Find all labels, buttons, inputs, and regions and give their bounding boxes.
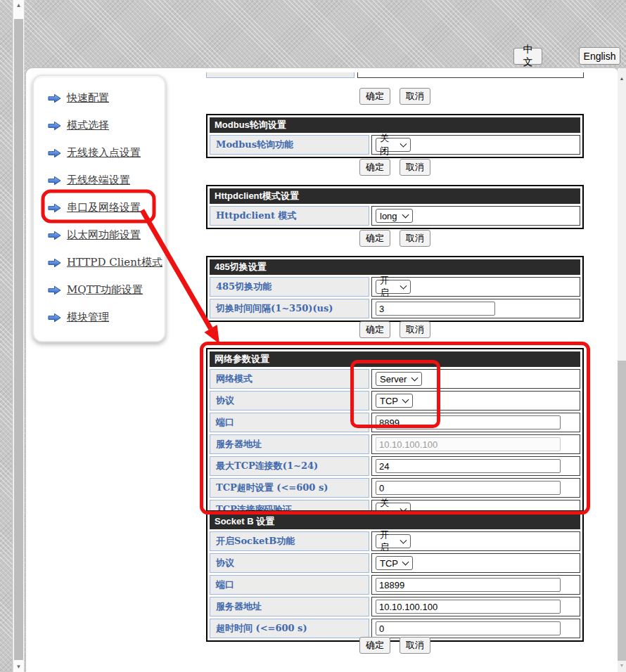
485-switch-select[interactable]: 开启 [376,280,411,294]
button-row: 确定 取消 [206,321,584,338]
scroll-up-icon[interactable]: ▲ [618,74,626,84]
arrow-right-icon [48,148,61,158]
field-label: 485切换功能 [210,277,369,297]
max-tcp-connections-input[interactable] [376,459,561,473]
confirm-button[interactable]: 确定 [359,230,390,247]
field-label: TCP超时设置 (<=600 s) [210,478,369,498]
sidebar-item-quick-config[interactable]: 快速配置 [48,84,165,112]
confirm-button[interactable]: 确定 [359,88,390,105]
field-value-cell [371,456,580,476]
left-scrollbar[interactable]: ▲ ▼ [13,0,25,672]
english-language-button[interactable]: English [579,47,620,65]
settings-table-socket-b: Socket B 设置 开启SocketB功能 开启 协议 TCP [206,510,584,642]
section-header: 485切换设置 [210,259,580,275]
confirm-button[interactable]: 确定 [359,321,390,338]
arrow-right-icon [48,176,61,186]
field-label: 协议 [210,391,369,411]
sidebar-item-ethernet[interactable]: 以太网功能设置 [48,221,165,249]
field-value-cell: 开启 [371,531,580,551]
field-label: 端口 [210,575,369,595]
button-row: 确定 取消 [206,637,584,654]
cancel-button[interactable]: 取消 [400,159,430,176]
field-label: 超时时间 (<=600 s) [210,619,369,638]
field-value-cell [371,478,580,498]
tcp-timeout-input[interactable] [376,481,561,495]
field-value-cell [371,434,580,454]
httpdclient-mode-select[interactable]: long [376,209,413,223]
right-scrollbar-thumb[interactable] [618,361,626,661]
sidebar-item-label: 无线接入点设置 [67,146,141,160]
sidebar-item-wireless-ap[interactable]: 无线接入点设置 [48,139,165,167]
arrow-right-icon [48,258,61,268]
field-value-cell [371,299,580,318]
config-page: ▲ ▼ ▲ ▼ 中文 English 快速配置 模式选择 [0,0,626,672]
arrow-right-icon [48,93,61,103]
field-value-cell: long [371,206,580,226]
sidebar-item-module-mgmt[interactable]: 模块管理 [48,304,165,331]
chinese-language-button[interactable]: 中文 [513,48,542,65]
field-value-cell [371,575,580,595]
socketb-timeout-input[interactable] [376,621,561,635]
button-row: 确定 取消 [206,88,584,105]
select-value: 开启 [380,529,397,554]
sidebar-item-mode-select[interactable]: 模式选择 [48,112,165,139]
sidebar-item-mqtt[interactable]: MQTT功能设置 [48,276,165,304]
cancel-button[interactable]: 取消 [400,321,430,338]
network-mode-select[interactable]: Server [376,372,422,386]
chevron-down-icon [411,375,419,382]
scroll-up-icon[interactable]: ▲ [13,1,24,10]
socketb-enable-select[interactable]: 开启 [376,534,411,548]
port-input[interactable] [376,415,561,429]
arrow-right-icon [48,285,61,295]
sidebar-item-label: 无线终端设置 [67,174,130,187]
sidebar-item-httpd-client[interactable]: HTTPD Client模式 [48,249,165,276]
chevron-down-icon [400,283,407,290]
partial-table-sliver [206,72,584,78]
settings-table-httpdclient: Httpdclient模式设置 Httpdclient 模式 long [206,185,584,229]
chevron-down-icon [400,537,407,544]
field-value-cell: 开启 [371,277,580,297]
field-value-cell: Server [371,369,580,389]
confirm-button[interactable]: 确定 [359,637,390,654]
section-header: Socket B 设置 [210,514,580,529]
confirm-button[interactable]: 确定 [359,159,390,176]
field-label: 最大TCP连接数(1~24) [210,456,369,476]
scroll-down-icon[interactable]: ▼ [618,661,626,671]
field-label: Httpdclient 模式 [210,206,369,226]
arrow-right-icon [48,121,61,131]
modbus-polling-select[interactable]: 关闭 [376,138,411,152]
field-label: 切换时间间隔(1~350)(us) [210,299,369,318]
switch-interval-input[interactable] [376,302,495,316]
socketb-protocol-select[interactable]: TCP [376,556,413,570]
select-value: long [380,211,397,221]
chevron-down-icon [402,212,409,219]
cancel-button[interactable]: 取消 [400,637,430,654]
field-label: 服务器地址 [210,434,369,454]
sidebar-item-wireless-sta[interactable]: 无线终端设置 [48,167,165,194]
settings-table-485: 485切换设置 485切换功能 开启 切换时间间隔(1~350)(us) [206,256,584,322]
left-scrollbar-thumb[interactable] [14,19,23,660]
select-value: 关闭 [380,132,397,157]
partial-value-cell [357,72,584,78]
section-header: Modbus轮询设置 [210,117,580,133]
sidebar-item-serial-network[interactable]: 串口及网络设置 [48,194,165,221]
field-label: 开启SocketB功能 [210,531,369,551]
select-value: 开启 [380,274,397,299]
chevron-down-icon [402,396,409,403]
right-scrollbar[interactable]: ▲ ▼ [618,68,626,672]
protocol-select[interactable]: TCP [376,394,413,408]
scroll-down-icon[interactable]: ▼ [13,662,24,671]
field-label: 服务器地址 [210,597,369,616]
select-value: TCP [380,558,398,569]
select-value: TCP [380,396,398,406]
select-value: Server [380,374,407,385]
field-label: 网络模式 [210,369,369,389]
partial-label-cell [206,72,354,78]
socketb-server-address-input[interactable] [376,600,561,614]
socketb-port-input[interactable] [376,578,561,592]
cancel-button[interactable]: 取消 [400,230,430,247]
field-label: Modbus轮询功能 [210,135,369,155]
field-value-cell [371,597,580,616]
server-address-input [376,437,561,451]
cancel-button[interactable]: 取消 [400,88,430,105]
